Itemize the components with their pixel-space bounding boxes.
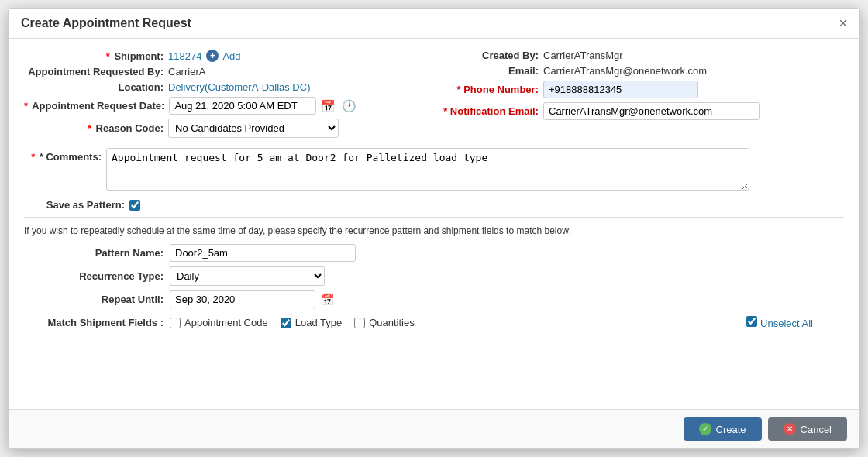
match-fields-options: Appointment Code Load Type Quantities Un… (170, 316, 844, 329)
email-value: CarrierATransMgr@onenetwork.com (543, 65, 707, 77)
date-input-group: 📅 🕐 (169, 97, 358, 115)
phone-label: * Phone Number: (438, 84, 539, 95)
save-pattern-checkbox[interactable] (129, 200, 140, 211)
appointment-date-input[interactable] (169, 97, 316, 115)
email-label: Email: (438, 65, 539, 77)
location-label: Location: (24, 81, 164, 93)
phone-row: * Phone Number: (438, 81, 844, 98)
quantities-checkbox[interactable] (354, 318, 365, 328)
repeat-calendar-icon-button[interactable]: 📅 (319, 291, 336, 308)
quantities-checkbox-item: Quantities (354, 317, 415, 328)
dialog-footer: ✓ Create ✕ Cancel (9, 409, 859, 448)
quantities-label: Quantities (369, 317, 415, 328)
pattern-name-label: Pattern Name: (40, 247, 164, 259)
repeat-until-input-group: 📅 (170, 290, 336, 308)
cancel-icon: ✕ (784, 423, 796, 435)
repeat-until-input[interactable] (170, 290, 315, 308)
unselect-all-checkbox[interactable] (746, 316, 757, 327)
appt-date-label: * Appointment Request Date: (24, 100, 164, 112)
repeat-until-label: Repeat Until: (40, 294, 164, 305)
unselect-all-wrapper: Unselect All (746, 316, 813, 329)
appointment-code-checkbox-item: Appointment Code (170, 317, 268, 328)
load-type-checkbox[interactable] (281, 318, 291, 328)
comments-wrapper: Appointment request for 5 am at Door2 fo… (106, 148, 749, 193)
create-appointment-dialog: Create Appointment Request × * Shipment:… (8, 8, 860, 449)
created-by-label: Created By: (438, 50, 539, 61)
divider (24, 217, 844, 218)
left-column: * Shipment: 118274 + Add Appointment Req… (24, 50, 430, 142)
email-row: Email: CarrierATransMgr@onenetwork.com (438, 65, 844, 77)
appointment-date-row: * Appointment Request Date: 📅 🕐 (24, 97, 430, 115)
right-column: Created By: CarrierATransMgr Email: Carr… (438, 50, 844, 142)
appt-requested-by-label: Appointment Requested By: (24, 66, 164, 77)
reason-code-row: * Reason Code: No Candidates Provided Re… (24, 119, 430, 138)
cancel-button[interactable]: ✕ Cancel (768, 417, 847, 441)
reason-code-select[interactable]: No Candidates Provided Reschedule Other (168, 119, 339, 138)
calendar-icon-button[interactable]: 📅 (319, 98, 337, 115)
dialog-header: Create Appointment Request × (9, 9, 859, 39)
dialog-title: Create Appointment Request (21, 16, 191, 30)
pattern-form: Pattern Name: Recurrence Type: Daily Wee… (24, 244, 844, 329)
created-by-row: Created By: CarrierATransMgr (438, 50, 844, 61)
notification-email-label: * Notification Email: (438, 105, 539, 117)
clock-icon-button[interactable]: 🕐 (340, 98, 358, 115)
reason-code-label: * Reason Code: (24, 122, 164, 134)
comments-label: * * Comments: (24, 148, 102, 163)
unselect-all-link[interactable]: Unselect All (760, 318, 813, 329)
recurrence-type-row: Recurrence Type: Daily Weekly Monthly (40, 266, 844, 286)
comments-row: * * Comments: Appointment request for 5 … (24, 148, 844, 193)
repeat-until-row: Repeat Until: 📅 (40, 290, 844, 308)
close-button[interactable]: × (839, 16, 847, 30)
pattern-name-row: Pattern Name: (40, 244, 844, 262)
location-row: Location: Delivery(CustomerA-Dallas DC) (24, 81, 430, 93)
appt-requested-by-value: CarrierA (168, 66, 205, 77)
match-fields-row: Match Shipment Fields : Appointment Code… (40, 316, 844, 329)
load-type-label: Load Type (295, 317, 342, 328)
save-pattern-row: Save as Pattern: (24, 199, 844, 211)
pattern-name-input[interactable] (170, 244, 356, 262)
save-pattern-label: Save as Pattern: (24, 199, 125, 211)
notification-email-input[interactable] (543, 102, 760, 120)
created-by-value: CarrierATransMgr (543, 50, 623, 61)
recurrence-info-text: If you wish to repeatedly schedule at th… (24, 225, 844, 236)
phone-input[interactable] (543, 81, 698, 98)
shipment-label: * Shipment: (24, 50, 164, 62)
dialog-body: * Shipment: 118274 + Add Appointment Req… (9, 39, 859, 409)
create-icon: ✓ (699, 423, 711, 435)
appointment-code-label: Appointment Code (184, 317, 268, 328)
comments-textarea[interactable]: Appointment request for 5 am at Door2 fo… (106, 148, 749, 191)
plus-icon: + (206, 50, 219, 62)
create-button[interactable]: ✓ Create (684, 417, 762, 441)
match-fields-label: Match Shipment Fields : (40, 317, 164, 328)
add-shipment-button[interactable]: + Add (206, 50, 240, 62)
recurrence-type-select[interactable]: Daily Weekly Monthly (170, 266, 325, 286)
appointment-code-checkbox[interactable] (170, 318, 181, 328)
location-link[interactable]: Delivery(CustomerA-Dallas DC) (168, 81, 310, 93)
appointment-requested-by-row: Appointment Requested By: CarrierA (24, 66, 430, 77)
notification-email-row: * Notification Email: (438, 102, 844, 120)
shipment-row: * Shipment: 118274 + Add (24, 50, 430, 62)
recurrence-type-label: Recurrence Type: (40, 270, 164, 282)
shipment-link[interactable]: 118274 (168, 50, 202, 62)
load-type-checkbox-item: Load Type (281, 317, 342, 328)
